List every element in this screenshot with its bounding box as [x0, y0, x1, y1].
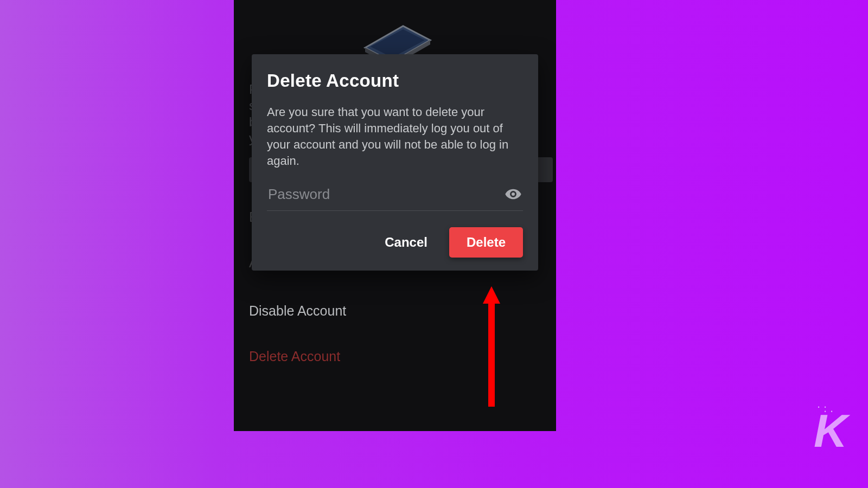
modal-actions: Cancel Delete	[267, 227, 523, 258]
page-canvas: P s b y E A Disable Account Delete Accou…	[0, 0, 868, 488]
delete-account-row[interactable]: Delete Account	[249, 349, 545, 364]
modal-body-text: Are you sure that you want to delete you…	[267, 104, 523, 169]
password-field[interactable]	[267, 182, 523, 211]
delete-account-modal: Delete Account Are you sure that you wan…	[252, 54, 538, 271]
delete-button[interactable]: Delete	[449, 227, 523, 258]
watermark-logo: ∙∙ ∙∙ K	[814, 404, 847, 448]
watermark-letter: K	[814, 413, 847, 448]
eye-icon[interactable]	[505, 185, 522, 203]
disable-account-row[interactable]: Disable Account	[249, 303, 545, 319]
cancel-button[interactable]: Cancel	[385, 235, 427, 250]
modal-title: Delete Account	[267, 70, 523, 91]
password-input[interactable]	[268, 186, 505, 203]
phone-screenshot: P s b y E A Disable Account Delete Accou…	[234, 0, 556, 431]
svg-point-4	[512, 192, 515, 196]
